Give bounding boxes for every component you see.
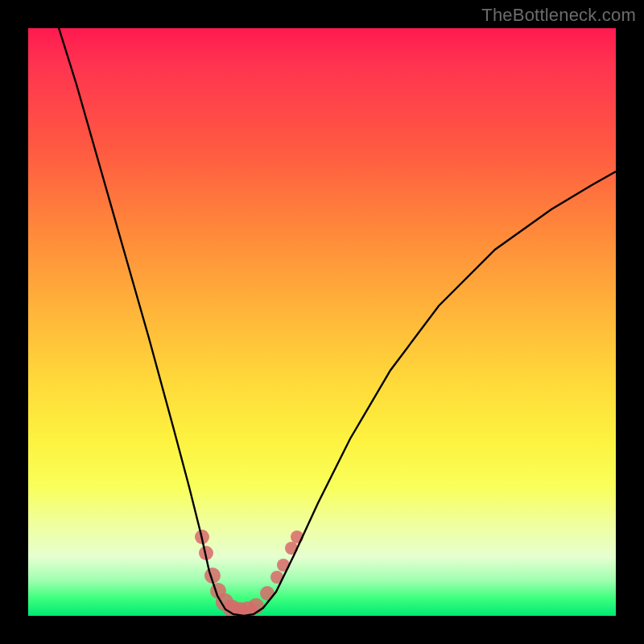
- chart-frame: TheBottleneck.com: [0, 0, 644, 644]
- watermark-label: TheBottleneck.com: [481, 5, 636, 26]
- highlight-markers: [195, 530, 303, 616]
- marker-dot: [260, 586, 275, 601]
- plot-area: [28, 28, 616, 616]
- bottleneck-curve: [56, 28, 616, 616]
- curve-svg: [28, 28, 616, 616]
